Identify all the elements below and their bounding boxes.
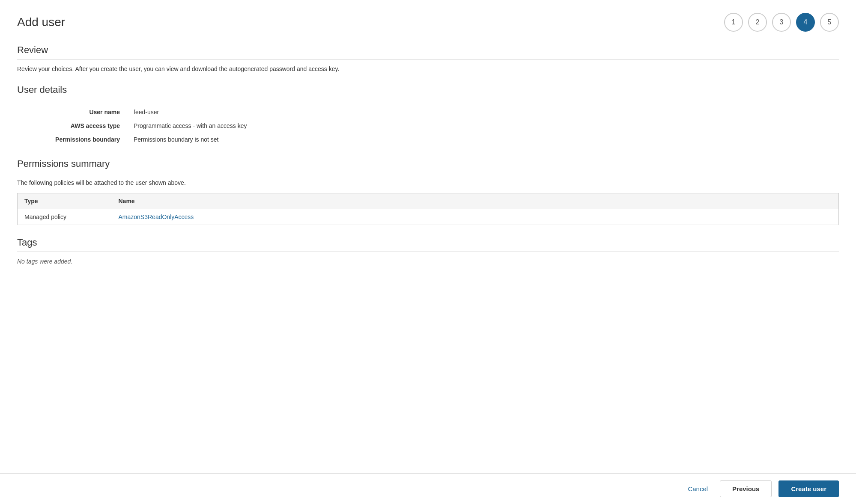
permissions-summary-title: Permissions summary [17, 158, 839, 169]
tags-title: Tags [17, 237, 839, 248]
create-user-button[interactable]: Create user [778, 480, 839, 497]
access-type-value: Programmatic access - with an access key [128, 119, 839, 133]
permissions-summary-section: Permissions summary The following polici… [17, 158, 839, 225]
user-details-divider [17, 99, 839, 99]
table-row: User name feed-user [17, 105, 839, 119]
steps-container: 1 2 3 4 5 [724, 13, 839, 32]
user-name-value: feed-user [128, 105, 839, 119]
review-title: Review [17, 44, 839, 56]
table-row: Managed policy AmazonS3ReadOnlyAccess [18, 209, 839, 225]
permissions-boundary-value: Permissions boundary is not set [128, 133, 839, 146]
policy-link[interactable]: AmazonS3ReadOnlyAccess [119, 213, 194, 220]
step-3[interactable]: 3 [772, 13, 791, 32]
step-2[interactable]: 2 [748, 13, 767, 32]
user-details-section: User details User name feed-user AWS acc… [17, 84, 839, 146]
user-name-label: User name [17, 105, 128, 119]
step-4[interactable]: 4 [796, 13, 815, 32]
footer: Cancel Previous Create user [0, 473, 856, 504]
table-row: Permissions boundary Permissions boundar… [17, 133, 839, 146]
user-details-title: User details [17, 84, 839, 95]
permissions-summary-description: The following policies will be attached … [17, 179, 839, 186]
review-divider [17, 59, 839, 59]
cancel-button[interactable]: Cancel [683, 482, 713, 496]
table-header-row: Type Name [18, 193, 839, 209]
permissions-summary-divider [17, 173, 839, 173]
tags-section: Tags No tags were added. [17, 237, 839, 265]
name-column-header: Name [112, 193, 839, 209]
policy-type: Managed policy [18, 209, 112, 225]
step-5[interactable]: 5 [820, 13, 839, 32]
policy-name: AmazonS3ReadOnlyAccess [112, 209, 839, 225]
review-section: Review Review your choices. After you cr… [17, 44, 839, 72]
tags-divider [17, 252, 839, 252]
user-details-table: User name feed-user AWS access type Prog… [17, 105, 839, 146]
review-description: Review your choices. After you create th… [17, 65, 839, 72]
type-column-header: Type [18, 193, 112, 209]
permissions-table: Type Name Managed policy AmazonS3ReadOnl… [17, 193, 839, 225]
access-type-label: AWS access type [17, 119, 128, 133]
page-title: Add user [17, 15, 65, 29]
page-header: Add user 1 2 3 4 5 [17, 13, 839, 32]
permissions-boundary-label: Permissions boundary [17, 133, 128, 146]
step-1[interactable]: 1 [724, 13, 743, 32]
previous-button[interactable]: Previous [720, 480, 772, 497]
tags-empty-message: No tags were added. [17, 258, 839, 265]
table-row: AWS access type Programmatic access - wi… [17, 119, 839, 133]
